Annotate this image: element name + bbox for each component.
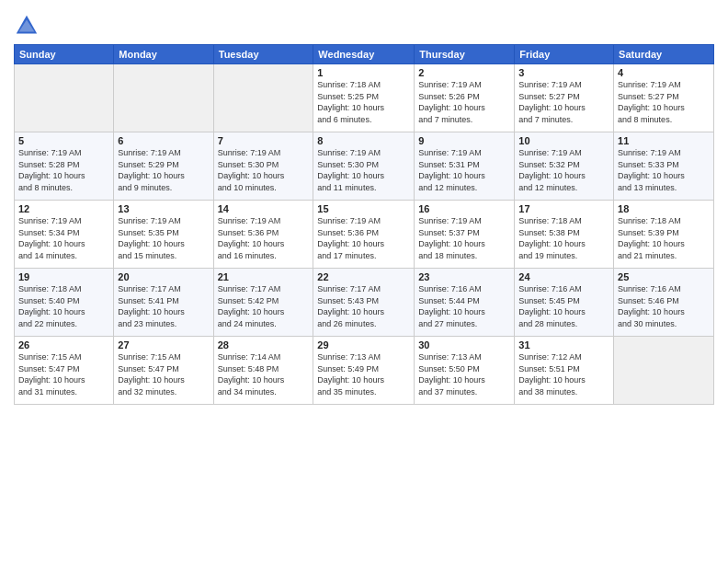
day-number: 5 — [18, 135, 109, 146]
day-number: 20 — [118, 271, 209, 282]
day-info: Sunrise: 7:15 AMSunset: 5:47 PMDaylight:… — [118, 351, 209, 397]
day-number: 2 — [418, 67, 510, 78]
day-info: Sunrise: 7:17 AMSunset: 5:42 PMDaylight:… — [218, 283, 310, 329]
weekday-header-tuesday: Tuesday — [213, 45, 313, 64]
day-number: 18 — [618, 203, 710, 214]
calendar-cell — [15, 64, 114, 132]
calendar-cell: 28Sunrise: 7:14 AMSunset: 5:48 PMDayligh… — [213, 337, 313, 405]
day-number: 1 — [317, 67, 410, 78]
day-info: Sunrise: 7:16 AMSunset: 5:45 PMDaylight:… — [518, 283, 609, 329]
day-number: 29 — [317, 339, 410, 350]
day-number: 27 — [118, 339, 209, 350]
calendar-cell: 8Sunrise: 7:19 AMSunset: 5:30 PMDaylight… — [313, 132, 415, 201]
day-info: Sunrise: 7:18 AMSunset: 5:39 PMDaylight:… — [618, 215, 710, 261]
day-number: 4 — [618, 67, 710, 78]
weekday-header-row: SundayMondayTuesdayWednesdayThursdayFrid… — [15, 45, 714, 64]
calendar-cell: 16Sunrise: 7:19 AMSunset: 5:37 PMDayligh… — [415, 201, 515, 269]
calendar-cell: 5Sunrise: 7:19 AMSunset: 5:28 PMDaylight… — [15, 132, 114, 201]
calendar-cell: 21Sunrise: 7:17 AMSunset: 5:42 PMDayligh… — [213, 269, 313, 337]
calendar-cell: 25Sunrise: 7:16 AMSunset: 5:46 PMDayligh… — [614, 269, 714, 337]
weekday-header-friday: Friday — [515, 45, 614, 64]
day-number: 9 — [418, 135, 510, 146]
day-number: 17 — [518, 203, 609, 214]
calendar-week-5: 26Sunrise: 7:15 AMSunset: 5:47 PMDayligh… — [15, 337, 714, 405]
calendar-cell: 2Sunrise: 7:19 AMSunset: 5:26 PMDaylight… — [415, 64, 515, 132]
day-info: Sunrise: 7:19 AMSunset: 5:36 PMDaylight:… — [218, 215, 310, 261]
day-number: 6 — [118, 135, 209, 146]
day-number: 11 — [618, 135, 710, 146]
day-number: 15 — [317, 203, 410, 214]
calendar-cell: 29Sunrise: 7:13 AMSunset: 5:49 PMDayligh… — [313, 337, 415, 405]
day-info: Sunrise: 7:15 AMSunset: 5:47 PMDaylight:… — [18, 351, 109, 397]
calendar-cell: 27Sunrise: 7:15 AMSunset: 5:47 PMDayligh… — [114, 337, 213, 405]
day-number: 25 — [618, 271, 710, 282]
calendar-cell: 4Sunrise: 7:19 AMSunset: 5:27 PMDaylight… — [614, 64, 714, 132]
day-info: Sunrise: 7:16 AMSunset: 5:46 PMDaylight:… — [618, 283, 710, 329]
calendar-week-1: 1Sunrise: 7:18 AMSunset: 5:25 PMDaylight… — [15, 64, 714, 132]
calendar-table: SundayMondayTuesdayWednesdayThursdayFrid… — [14, 44, 714, 405]
day-info: Sunrise: 7:13 AMSunset: 5:49 PMDaylight:… — [317, 351, 410, 397]
calendar-cell: 14Sunrise: 7:19 AMSunset: 5:36 PMDayligh… — [213, 201, 313, 269]
day-info: Sunrise: 7:19 AMSunset: 5:32 PMDaylight:… — [518, 147, 609, 193]
calendar-week-3: 12Sunrise: 7:19 AMSunset: 5:34 PMDayligh… — [15, 201, 714, 269]
day-info: Sunrise: 7:16 AMSunset: 5:44 PMDaylight:… — [418, 283, 510, 329]
day-number: 24 — [518, 271, 609, 282]
day-number: 13 — [118, 203, 209, 214]
day-info: Sunrise: 7:19 AMSunset: 5:35 PMDaylight:… — [118, 215, 209, 261]
weekday-header-monday: Monday — [114, 45, 213, 64]
day-number: 16 — [418, 203, 510, 214]
day-number: 10 — [518, 135, 609, 146]
day-number: 22 — [317, 271, 410, 282]
calendar-cell: 24Sunrise: 7:16 AMSunset: 5:45 PMDayligh… — [515, 269, 614, 337]
day-info: Sunrise: 7:19 AMSunset: 5:34 PMDaylight:… — [18, 215, 109, 261]
page-container: SundayMondayTuesdayWednesdayThursdayFrid… — [0, 0, 728, 409]
day-info: Sunrise: 7:19 AMSunset: 5:31 PMDaylight:… — [418, 147, 510, 193]
calendar-cell: 17Sunrise: 7:18 AMSunset: 5:38 PMDayligh… — [515, 201, 614, 269]
day-info: Sunrise: 7:12 AMSunset: 5:51 PMDaylight:… — [518, 351, 609, 397]
day-info: Sunrise: 7:19 AMSunset: 5:33 PMDaylight:… — [618, 147, 710, 193]
calendar-week-4: 19Sunrise: 7:18 AMSunset: 5:40 PMDayligh… — [15, 269, 714, 337]
day-info: Sunrise: 7:19 AMSunset: 5:30 PMDaylight:… — [218, 147, 310, 193]
calendar-cell: 9Sunrise: 7:19 AMSunset: 5:31 PMDaylight… — [415, 132, 515, 201]
calendar-cell: 11Sunrise: 7:19 AMSunset: 5:33 PMDayligh… — [614, 132, 714, 201]
calendar-cell: 20Sunrise: 7:17 AMSunset: 5:41 PMDayligh… — [114, 269, 213, 337]
day-number: 31 — [518, 339, 609, 350]
day-info: Sunrise: 7:14 AMSunset: 5:48 PMDaylight:… — [218, 351, 310, 397]
calendar-cell: 13Sunrise: 7:19 AMSunset: 5:35 PMDayligh… — [114, 201, 213, 269]
day-info: Sunrise: 7:19 AMSunset: 5:27 PMDaylight:… — [518, 79, 609, 125]
day-info: Sunrise: 7:19 AMSunset: 5:37 PMDaylight:… — [418, 215, 510, 261]
day-number: 7 — [218, 135, 310, 146]
day-info: Sunrise: 7:18 AMSunset: 5:25 PMDaylight:… — [317, 79, 410, 125]
calendar-cell: 10Sunrise: 7:19 AMSunset: 5:32 PMDayligh… — [515, 132, 614, 201]
day-info: Sunrise: 7:17 AMSunset: 5:43 PMDaylight:… — [317, 283, 410, 329]
logo — [14, 13, 41, 39]
logo-icon — [14, 13, 40, 39]
day-info: Sunrise: 7:17 AMSunset: 5:41 PMDaylight:… — [118, 283, 209, 329]
day-number: 23 — [418, 271, 510, 282]
day-number: 26 — [18, 339, 109, 350]
calendar-cell: 15Sunrise: 7:19 AMSunset: 5:36 PMDayligh… — [313, 201, 415, 269]
calendar-cell: 22Sunrise: 7:17 AMSunset: 5:43 PMDayligh… — [313, 269, 415, 337]
day-number: 14 — [218, 203, 310, 214]
calendar-week-2: 5Sunrise: 7:19 AMSunset: 5:28 PMDaylight… — [15, 132, 714, 201]
weekday-header-saturday: Saturday — [614, 45, 714, 64]
calendar-cell: 7Sunrise: 7:19 AMSunset: 5:30 PMDaylight… — [213, 132, 313, 201]
day-info: Sunrise: 7:19 AMSunset: 5:36 PMDaylight:… — [317, 215, 410, 261]
weekday-header-sunday: Sunday — [15, 45, 114, 64]
day-number: 8 — [317, 135, 410, 146]
calendar-cell: 23Sunrise: 7:16 AMSunset: 5:44 PMDayligh… — [415, 269, 515, 337]
day-number: 30 — [418, 339, 510, 350]
day-info: Sunrise: 7:19 AMSunset: 5:28 PMDaylight:… — [18, 147, 109, 193]
calendar-cell: 3Sunrise: 7:19 AMSunset: 5:27 PMDaylight… — [515, 64, 614, 132]
calendar-cell: 19Sunrise: 7:18 AMSunset: 5:40 PMDayligh… — [15, 269, 114, 337]
day-number: 12 — [18, 203, 109, 214]
day-info: Sunrise: 7:18 AMSunset: 5:38 PMDaylight:… — [518, 215, 609, 261]
calendar-cell: 12Sunrise: 7:19 AMSunset: 5:34 PMDayligh… — [15, 201, 114, 269]
weekday-header-thursday: Thursday — [415, 45, 515, 64]
day-number: 21 — [218, 271, 310, 282]
calendar-cell: 26Sunrise: 7:15 AMSunset: 5:47 PMDayligh… — [15, 337, 114, 405]
header — [14, 9, 714, 39]
calendar-cell: 30Sunrise: 7:13 AMSunset: 5:50 PMDayligh… — [415, 337, 515, 405]
day-number: 28 — [218, 339, 310, 350]
weekday-header-wednesday: Wednesday — [313, 45, 415, 64]
